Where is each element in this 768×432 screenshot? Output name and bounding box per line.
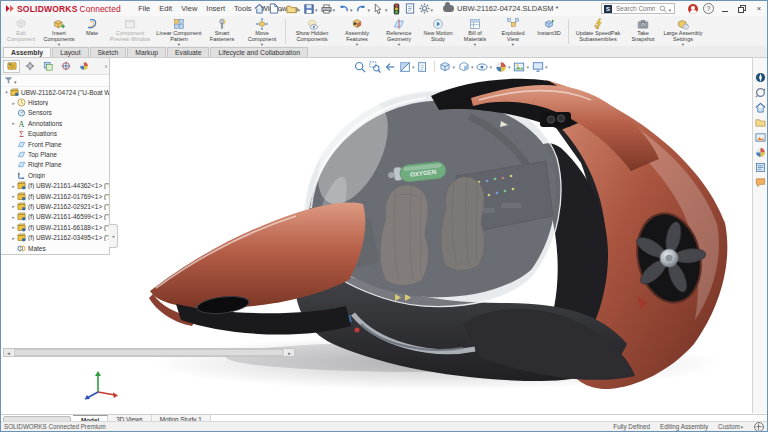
tree-item-equations[interactable]: Σ Equations	[8, 129, 109, 139]
scroll-left-icon[interactable]: ◂	[4, 349, 13, 356]
view-orientation-icon[interactable]	[439, 60, 452, 73]
chevron-down-icon[interactable]: ▾	[14, 79, 17, 85]
submarine-illustration[interactable]: OXYGEN	[149, 79, 727, 389]
search-input[interactable]	[614, 4, 657, 13]
instant3d-button[interactable]: Instant3D	[532, 17, 566, 46]
restore-button[interactable]	[736, 3, 748, 15]
menu-file[interactable]: File	[134, 4, 155, 14]
print-icon[interactable]	[320, 2, 333, 15]
expand-arrow-icon[interactable]: ▸	[10, 203, 17, 209]
tree-item-mates[interactable]: Mates	[8, 243, 109, 253]
tree-filter[interactable]: ▾	[1, 75, 109, 87]
chevron-down-icon[interactable]: ▾	[527, 64, 530, 70]
menu-view[interactable]: View	[177, 4, 202, 14]
panel-collapse-handle[interactable]: ◂	[109, 224, 118, 248]
chevron-down-icon[interactable]: ▾	[298, 7, 301, 13]
menu-edit[interactable]: Edit	[155, 4, 177, 14]
chevron-down-icon[interactable]: ▾	[740, 424, 743, 430]
select-icon[interactable]	[372, 2, 385, 15]
3dexperience-compass-icon[interactable]	[755, 72, 766, 83]
assembly-features-button[interactable]: Assembly Features ▾	[336, 17, 378, 46]
tree-item-component[interactable]: ▸ (f) UBW-21162-01769<1> ("Human F	[8, 191, 109, 201]
expand-arrow-icon[interactable]: ▸	[10, 214, 17, 220]
apply-scene-icon[interactable]	[513, 60, 526, 73]
exploded-view-button[interactable]: Exploded View ▾	[494, 17, 532, 46]
dynamic-annotation-views-icon[interactable]	[417, 60, 430, 73]
view-settings-icon[interactable]	[531, 60, 544, 73]
zoom-to-area-icon[interactable]	[368, 60, 381, 73]
tab-lifecycle-collaboration[interactable]: Lifecycle and Collaboration	[210, 47, 308, 57]
feature-manager-tab[interactable]	[3, 60, 20, 73]
search-icon[interactable]	[659, 5, 667, 13]
save-icon[interactable]	[302, 2, 315, 15]
mate-button[interactable]: Mate	[79, 17, 105, 46]
appearances-icon[interactable]	[755, 147, 766, 158]
expand-arrow-icon[interactable]: ▾	[3, 89, 10, 95]
take-snapshot-button[interactable]: Take Snapshot	[625, 17, 661, 46]
custom-properties-icon[interactable]	[755, 162, 766, 173]
tree-root[interactable]: ▾ UBW-21162-04724 ("U-Boat Worx NEMO	[1, 87, 109, 97]
scroll-right-icon[interactable]: ▸	[285, 349, 294, 356]
update-speedpak-button[interactable]: Update SpeedPak Subassemblies	[571, 17, 625, 46]
tree-item-component[interactable]: ▸ (f) UBW-21161-66188<1> ("Stage El	[8, 222, 109, 232]
view-palette-icon[interactable]	[755, 132, 766, 143]
tree-item-component[interactable]: ▸ (f) UBW-21161-46599<1> ("Interior"	[8, 212, 109, 222]
home-icon[interactable]	[755, 102, 766, 113]
bill-of-materials-button[interactable]: Bill of Materials ▾	[456, 17, 494, 46]
file-properties-icon[interactable]	[404, 2, 417, 15]
more-tabs-icon[interactable]: ›	[105, 63, 107, 70]
home-icon[interactable]	[253, 2, 266, 15]
chevron-down-icon[interactable]: ▾	[508, 64, 511, 70]
tab-markup[interactable]: Markup	[127, 47, 166, 57]
tree-item-origin[interactable]: Origin	[8, 170, 109, 180]
tree-item-sensors[interactable]: Sensors	[8, 108, 109, 118]
smart-fasteners-button[interactable]: Smart Fasteners	[203, 17, 241, 46]
tab-sketch[interactable]: Sketch	[90, 47, 127, 57]
expand-arrow-icon[interactable]: ▸	[10, 235, 17, 241]
tree-item-annotations[interactable]: ▸ A Annotations	[8, 118, 109, 128]
lifecycle-icon[interactable]	[755, 87, 766, 98]
rebuild-icon[interactable]	[390, 2, 403, 15]
show-hidden-components-button[interactable]: Show Hidden Components	[288, 17, 336, 46]
chevron-down-icon[interactable]: ▾	[431, 7, 434, 13]
reference-geometry-button[interactable]: Reference Geometry ▾	[378, 17, 420, 46]
new-motion-study-button[interactable]: New Motion Study	[420, 17, 456, 46]
tab-layout[interactable]: Layout	[52, 47, 88, 57]
hide-show-items-icon[interactable]	[476, 60, 489, 73]
zoom-to-fit-icon[interactable]	[353, 60, 366, 73]
menu-insert[interactable]: Insert	[202, 4, 230, 14]
new-document-icon[interactable]	[267, 2, 280, 15]
expand-arrow-icon[interactable]: ▸	[10, 100, 17, 106]
scrollbar-thumb[interactable]	[14, 349, 284, 356]
chevron-down-icon[interactable]: ▾	[490, 64, 493, 70]
design-library-icon[interactable]	[755, 117, 766, 128]
chevron-down-icon[interactable]: ▾	[453, 64, 456, 70]
chevron-down-icon[interactable]: ▾	[412, 64, 415, 70]
minimize-button[interactable]	[719, 3, 731, 15]
linear-component-pattern-button[interactable]: Linear Component Pattern ▾	[155, 17, 203, 46]
expand-arrow-icon[interactable]: ▸	[10, 120, 17, 126]
help-icon[interactable]: ?	[703, 3, 714, 14]
community-icon[interactable]	[755, 177, 766, 188]
tree-item-top-plane[interactable]: Top Plane	[8, 149, 109, 159]
open-icon[interactable]	[285, 2, 298, 15]
rollback-bar[interactable]	[3, 254, 107, 255]
chevron-down-icon[interactable]: ▾	[545, 64, 548, 70]
undo-icon[interactable]	[337, 2, 350, 15]
search-commands-box[interactable]: S ▾	[601, 3, 675, 14]
tree-item-component[interactable]: ▸ (f) UBW-21162-03495<1> ("Auto Co	[8, 232, 109, 242]
globe-icon[interactable]	[754, 422, 764, 432]
tree-item-component[interactable]: ▸ (f) UBW-21162-02921<1> ("Battery S	[8, 201, 109, 211]
move-component-button[interactable]: Move Component ▾	[241, 17, 283, 46]
tree-item-history[interactable]: ▸ History	[8, 97, 109, 107]
user-avatar[interactable]	[688, 4, 698, 14]
tab-evaluate[interactable]: Evaluate	[167, 47, 209, 57]
large-assembly-settings-button[interactable]: Large Assembly Settings ▾	[661, 17, 705, 46]
close-button[interactable]: ×	[753, 3, 765, 15]
insert-components-button[interactable]: Insert Components ▾	[39, 17, 79, 46]
expand-arrow-icon[interactable]: ▸	[10, 183, 17, 189]
chevron-down-icon[interactable]: ▾	[471, 64, 474, 70]
display-style-icon[interactable]	[457, 60, 470, 73]
chevron-down-icon[interactable]: ▾	[315, 7, 318, 13]
redo-icon[interactable]	[355, 2, 368, 15]
